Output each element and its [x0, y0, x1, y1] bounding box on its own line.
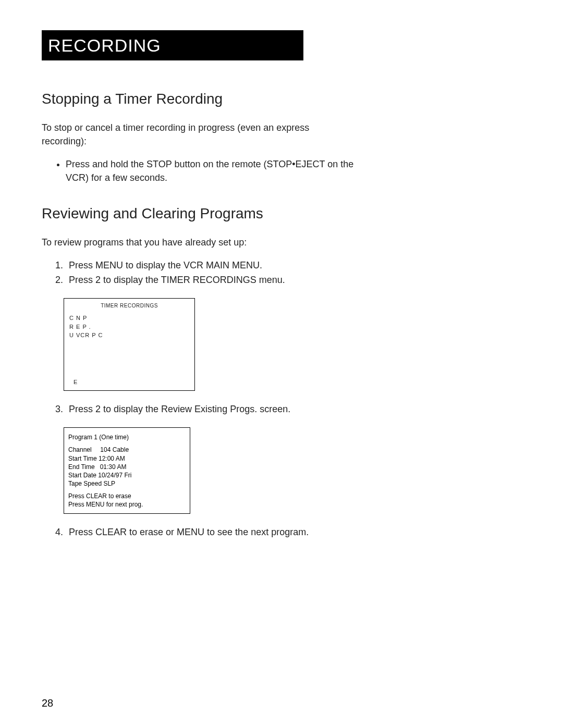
reviewing-step-4: Press CLEAR to erase or MENU to see the … [42, 525, 373, 540]
page-number: 28 [42, 697, 53, 709]
prog-channel: Channel 104 Cable [68, 446, 186, 454]
prog-clear: Press CLEAR to erase [68, 492, 186, 500]
timer-line-e: E [74, 379, 77, 385]
section-stopping-title: Stopping a Timer Recording [42, 91, 521, 107]
reviewing-steps-1-2: Press MENU to display the VCR MAIN MENU.… [42, 258, 373, 288]
reviewing-step-3: Press 2 to display the Review Existing P… [42, 402, 373, 417]
timer-line-3: U VCR P C [69, 331, 189, 340]
chapter-title: RECORDING [48, 35, 161, 56]
reviewing-intro: To review programs that you have already… [42, 236, 349, 249]
prog-tape-speed: Tape Speed SLP [68, 479, 186, 488]
prog-end-time: End Time 01:30 AM [68, 463, 186, 471]
step-1: Press MENU to display the VCR MAIN MENU. [66, 258, 373, 273]
prog-start-date: Start Date 10/24/97 Fri [68, 471, 186, 479]
timer-screen-title: TIMER RECORDINGS [69, 303, 189, 309]
chapter-header: RECORDING [42, 30, 303, 60]
timer-line-2: R E P . [69, 323, 189, 331]
stopping-bullet-1: Press and hold the STOP button on the re… [66, 157, 373, 184]
program-review-screen: Program 1 (One time) Channel 104 Cable S… [64, 427, 190, 514]
section-reviewing-title: Reviewing and Clearing Programs [42, 205, 521, 222]
prog-menu: Press MENU for next prog. [68, 500, 186, 509]
prog-title: Program 1 (One time) [68, 433, 186, 441]
step-2: Press 2 to display the TIMER RECORDINGS … [66, 273, 373, 288]
stopping-intro: To stop or cancel a timer recording in p… [42, 121, 349, 148]
step-3: Press 2 to display the Review Existing P… [66, 402, 373, 417]
timer-line-1: C N P [69, 314, 189, 323]
prog-start-time: Start Time 12:00 AM [68, 454, 186, 463]
step-4: Press CLEAR to erase or MENU to see the … [66, 525, 373, 540]
timer-recordings-screen: TIMER RECORDINGS C N P R E P . U VCR P C… [64, 298, 195, 391]
stopping-bullets: Press and hold the STOP button on the re… [42, 157, 373, 184]
